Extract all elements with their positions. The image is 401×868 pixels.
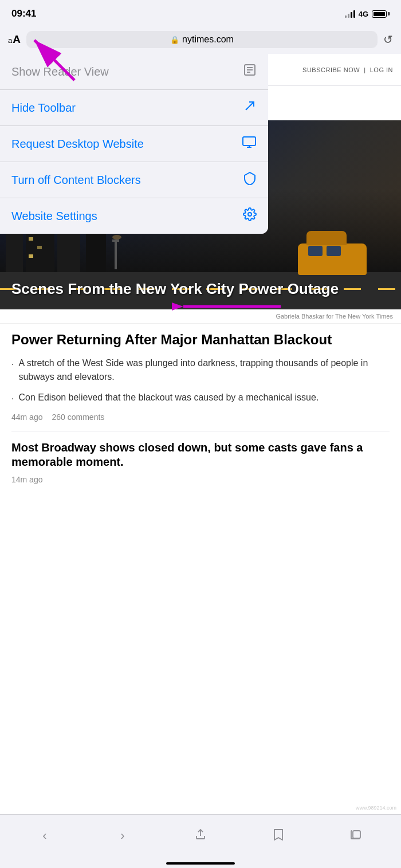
refresh-button[interactable]: ↺ bbox=[383, 33, 393, 46]
bottom-toolbar: ‹ › bbox=[0, 814, 401, 868]
article-title-2: Most Broadway shows closed down, but som… bbox=[11, 441, 390, 469]
hide-toolbar-icon bbox=[243, 99, 257, 116]
share-icon bbox=[194, 828, 207, 844]
article-title: Power Returning After Major Manhattan Bl… bbox=[11, 332, 390, 348]
svg-point-8 bbox=[248, 213, 251, 216]
article-meta: 44m ago 260 comments bbox=[11, 413, 390, 422]
status-time: 09:41 bbox=[11, 8, 36, 19]
bullet-text-1: A stretch of the West Side was plunged i… bbox=[18, 356, 390, 384]
tabs-button[interactable] bbox=[344, 823, 369, 849]
watermark: www.989214.com bbox=[356, 805, 396, 811]
bullet-2: · Con Edison believed that the blackout … bbox=[11, 391, 390, 406]
bullet-dot-1: · bbox=[11, 358, 14, 384]
svg-line-4 bbox=[246, 102, 254, 110]
desktop-site-label: Request Desktop Website bbox=[11, 138, 144, 151]
battery-icon bbox=[372, 10, 390, 18]
article-body: Power Returning After Major Manhattan Bl… bbox=[0, 324, 401, 492]
url-text: nytimes.com bbox=[182, 34, 234, 45]
desktop-site-icon bbox=[242, 135, 257, 152]
bullet-text-2: Con Edison believed that the blackout wa… bbox=[18, 391, 319, 406]
svg-rect-11 bbox=[353, 831, 360, 838]
hero-text: Scenes From the New York City Power Outa… bbox=[0, 270, 401, 310]
reader-view-icon bbox=[243, 63, 257, 80]
address-bar: a A 🔒 nytimes.com ↺ bbox=[0, 25, 401, 54]
lock-icon: 🔒 bbox=[170, 36, 179, 44]
menu-item-desktop-site[interactable]: Request Desktop Website bbox=[0, 126, 268, 162]
time-ago: 44m ago bbox=[11, 413, 42, 422]
signal-bars-icon bbox=[345, 10, 355, 18]
menu-item-content-blockers[interactable]: Turn off Content Blockers bbox=[0, 162, 268, 198]
aa-large: A bbox=[13, 33, 21, 46]
bullet-dot-2: · bbox=[11, 392, 14, 406]
menu-item-website-settings[interactable]: Website Settings bbox=[0, 198, 268, 234]
dropdown-menu: Show Reader View Hide Toolbar Request De… bbox=[0, 54, 268, 234]
photo-credit: Gabriela Bhaskar for The New York Times bbox=[0, 309, 401, 324]
article-meta-2: 14m ago bbox=[11, 475, 390, 484]
share-button[interactable] bbox=[188, 823, 213, 849]
article-divider bbox=[11, 431, 390, 431]
content-blockers-icon bbox=[243, 171, 257, 188]
url-container[interactable]: 🔒 nytimes.com bbox=[26, 31, 378, 48]
website-settings-icon bbox=[243, 207, 257, 225]
time-ago-2: 14m ago bbox=[11, 475, 42, 484]
bookmarks-icon bbox=[272, 828, 285, 844]
status-bar: 09:41 4G bbox=[0, 0, 401, 25]
home-indicator bbox=[166, 862, 235, 865]
menu-item-reader-view[interactable]: Show Reader View bbox=[0, 54, 268, 90]
forward-icon: › bbox=[120, 828, 124, 843]
content-blockers-label: Turn off Content Blockers bbox=[11, 174, 141, 187]
back-icon: ‹ bbox=[42, 828, 46, 843]
hero-headline: Scenes From the New York City Power Outa… bbox=[11, 280, 390, 299]
tabs-icon bbox=[350, 828, 363, 844]
forward-button[interactable]: › bbox=[110, 823, 135, 849]
reader-view-label: Show Reader View bbox=[11, 65, 109, 78]
nyt-subscribe-text: SUBSCRIBE NOW | LOG IN bbox=[302, 66, 393, 73]
article-content: Gabriela Bhaskar for The New York Times … bbox=[0, 309, 401, 492]
bullet-1: · A stretch of the West Side was plunged… bbox=[11, 356, 390, 384]
menu-item-hide-toolbar[interactable]: Hide Toolbar bbox=[0, 90, 268, 126]
aa-small: a bbox=[8, 36, 12, 45]
network-label: 4G bbox=[359, 10, 368, 18]
aa-button[interactable]: a A bbox=[8, 33, 21, 46]
bookmarks-button[interactable] bbox=[266, 823, 291, 849]
svg-rect-5 bbox=[243, 137, 255, 146]
hide-toolbar-label: Hide Toolbar bbox=[11, 101, 76, 115]
status-icons: 4G bbox=[345, 10, 390, 18]
back-button[interactable]: ‹ bbox=[32, 823, 57, 849]
comments-count: 260 comments bbox=[52, 413, 104, 422]
website-settings-label: Website Settings bbox=[11, 210, 97, 223]
